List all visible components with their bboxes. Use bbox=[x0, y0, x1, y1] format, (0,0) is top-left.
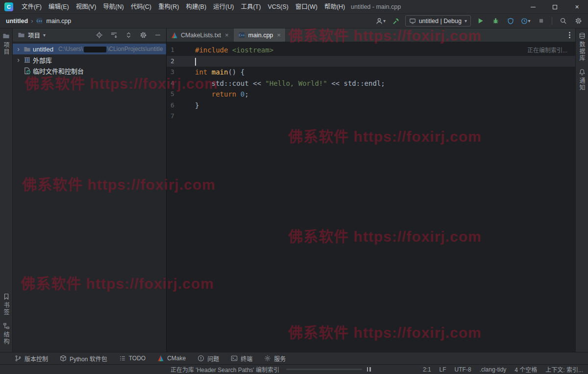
tab-options-button[interactable] bbox=[564, 28, 575, 42]
code-text: return 0; bbox=[191, 89, 249, 100]
collapse-all-button[interactable] bbox=[124, 31, 133, 40]
project-tool-window: 项目 ▾ ›untitledC:\Users\\CLionProjects\un… bbox=[13, 28, 167, 352]
breadcrumb-project[interactable]: untitled bbox=[6, 18, 28, 25]
profiler-button[interactable]: ▾ bbox=[520, 15, 532, 27]
text-caret bbox=[195, 58, 196, 66]
indexing-progress-bar bbox=[286, 369, 362, 370]
status-widgets: 2:1LFUTF-8.clang-tidy4 个空格上下文: 索引... bbox=[423, 365, 583, 374]
tool-window-button-database[interactable]: 数据库 bbox=[578, 32, 586, 62]
breadcrumb: untitled › C++ main.cpp bbox=[6, 17, 71, 25]
toolwindow-button-label: 问题 bbox=[207, 354, 219, 363]
toolwindow-button-label: Python 软件包 bbox=[70, 354, 107, 363]
status-indent[interactable]: 4 个空格 bbox=[514, 365, 537, 374]
code-editor[interactable]: 正在编制索引... 1#include <iostream>23int main… bbox=[167, 42, 575, 352]
maximize-button[interactable] bbox=[544, 0, 566, 14]
chevron-right-icon[interactable]: › bbox=[15, 45, 22, 53]
gear-icon bbox=[575, 17, 582, 25]
close-tab-icon[interactable]: × bbox=[277, 31, 281, 39]
line-number: 2 bbox=[167, 56, 191, 67]
tool-window-button-structure[interactable]: 结构 bbox=[2, 323, 10, 345]
pause-indexing-button[interactable] bbox=[367, 367, 371, 372]
settings-button[interactable] bbox=[572, 15, 584, 27]
tab-CMakeLists.txt[interactable]: CMakeLists.txt× bbox=[167, 28, 234, 42]
indexing-progress-label: 正在为库 'Header Search Paths' 编制索引 bbox=[171, 365, 279, 374]
coverage-icon bbox=[507, 18, 514, 25]
chevron-right-icon[interactable]: › bbox=[15, 56, 22, 64]
minimize-button[interactable] bbox=[522, 0, 544, 14]
toolwindow-button-terminal[interactable]: 终端 bbox=[226, 352, 257, 364]
code-lines: 1#include <iostream>23int main() {4 std:… bbox=[167, 45, 575, 122]
svg-text:C++: C++ bbox=[37, 19, 43, 23]
run-icon bbox=[477, 17, 484, 25]
code-with-me-button[interactable]: ▾ bbox=[375, 15, 387, 27]
project-panel-title[interactable]: 项目 bbox=[28, 30, 40, 40]
menu-item-1[interactable]: 编辑(E) bbox=[45, 0, 73, 14]
vcs-icon bbox=[15, 355, 22, 362]
packages-icon bbox=[60, 355, 67, 362]
menu-item-2[interactable]: 视图(V) bbox=[73, 0, 100, 14]
tree-row-root[interactable]: ›untitledC:\Users\\CLionProjects\untitle bbox=[13, 44, 166, 54]
tab-main.cpp[interactable]: C++main.cpp× bbox=[234, 28, 286, 42]
menu-item-7[interactable]: 运行(U) bbox=[210, 0, 237, 14]
menu-item-10[interactable]: 窗口(W) bbox=[292, 0, 321, 14]
toolwindow-button-services[interactable]: 服务 bbox=[259, 352, 291, 364]
menu-item-5[interactable]: 重构(R) bbox=[155, 0, 182, 14]
collapse-all-icon bbox=[125, 31, 132, 39]
chevron-down-icon: ▾ bbox=[528, 19, 530, 24]
toolwindow-button-label: CMake bbox=[167, 355, 186, 362]
tool-window-button-project[interactable]: 项目 bbox=[2, 32, 10, 55]
stop-button[interactable] bbox=[535, 15, 547, 27]
todo-icon bbox=[119, 355, 126, 362]
toolwindow-button-cmake[interactable]: CMake bbox=[152, 352, 191, 364]
menu-item-3[interactable]: 导航(N) bbox=[99, 0, 127, 14]
toolbar-divider bbox=[552, 17, 552, 25]
status-context[interactable]: 上下文: 索引... bbox=[545, 365, 583, 374]
status-line-ending[interactable]: LF bbox=[440, 366, 446, 373]
tool-window-label: 数据库 bbox=[578, 41, 586, 62]
toolwindow-button-problems[interactable]: 问题 bbox=[193, 352, 224, 364]
tool-window-bar: 版本控制Python 软件包TODOCMake问题终端服务 bbox=[0, 352, 588, 364]
coverage-button[interactable] bbox=[505, 15, 516, 27]
terminal-icon bbox=[231, 355, 238, 362]
run-configuration-label: untitled | Debug bbox=[419, 18, 462, 25]
hide-panel-button[interactable] bbox=[153, 31, 162, 40]
locate-file-button[interactable] bbox=[95, 31, 103, 40]
toolwindow-button-todo[interactable]: TODO bbox=[114, 352, 150, 364]
tool-window-button-bookmarks[interactable]: 书签 bbox=[2, 293, 10, 316]
left-strip-top: 项目 bbox=[2, 28, 10, 62]
clion-window: C 文件(F)编辑(E)视图(V)导航(N)代码(C)重构(R)构建(B)运行(… bbox=[0, 0, 588, 374]
breadcrumb-file[interactable]: main.cpp bbox=[46, 18, 71, 25]
scratch-icon bbox=[24, 67, 31, 75]
panel-settings-button[interactable] bbox=[139, 31, 147, 40]
tool-window-label: 项目 bbox=[2, 42, 10, 55]
status-clang-tidy[interactable]: .clang-tidy bbox=[480, 366, 507, 373]
close-tab-icon[interactable]: × bbox=[225, 31, 229, 39]
main-area: 项目 书签结构 项目 ▾ ›untitledC:\Users\\CLionPro… bbox=[0, 28, 588, 352]
search-everywhere-button[interactable] bbox=[557, 15, 569, 27]
tool-window-label: 结构 bbox=[2, 331, 10, 345]
menu-item-8[interactable]: 工具(T) bbox=[237, 0, 264, 14]
menu-item-6[interactable]: 构建(B) bbox=[182, 0, 210, 14]
toolwindow-button-python-packages[interactable]: Python 软件包 bbox=[55, 352, 112, 364]
code-text: std::cout << "Hello, World!" << std::end… bbox=[191, 78, 385, 89]
menu-item-11[interactable]: 帮助(H) bbox=[321, 0, 348, 14]
run-button[interactable] bbox=[474, 15, 486, 27]
close-button[interactable]: × bbox=[566, 0, 588, 14]
tool-window-button-notifications[interactable]: 通知 bbox=[578, 69, 586, 91]
svg-text:C++: C++ bbox=[239, 33, 245, 37]
run-configuration-select[interactable]: untitled | Debug ▾ bbox=[405, 15, 471, 26]
menu-item-0[interactable]: 文件(F) bbox=[18, 0, 45, 14]
window-controls: × bbox=[522, 0, 588, 14]
line-number: 4 bbox=[167, 78, 191, 89]
tree-row-external-libraries[interactable]: ›外部库 bbox=[13, 54, 166, 65]
build-button[interactable] bbox=[390, 15, 402, 27]
debug-button[interactable] bbox=[490, 15, 501, 27]
problems-icon bbox=[197, 355, 204, 362]
status-caret-position[interactable]: 2:1 bbox=[423, 366, 431, 373]
status-encoding[interactable]: UTF-8 bbox=[455, 366, 471, 373]
menu-item-4[interactable]: 代码(C) bbox=[127, 0, 155, 14]
menu-item-9[interactable]: VCS(S) bbox=[264, 0, 292, 14]
expand-button[interactable] bbox=[109, 31, 118, 40]
toolwindow-button-version-control[interactable]: 版本控制 bbox=[10, 352, 53, 364]
tree-row-scratches[interactable]: 临时文件和控制台 bbox=[13, 65, 166, 76]
